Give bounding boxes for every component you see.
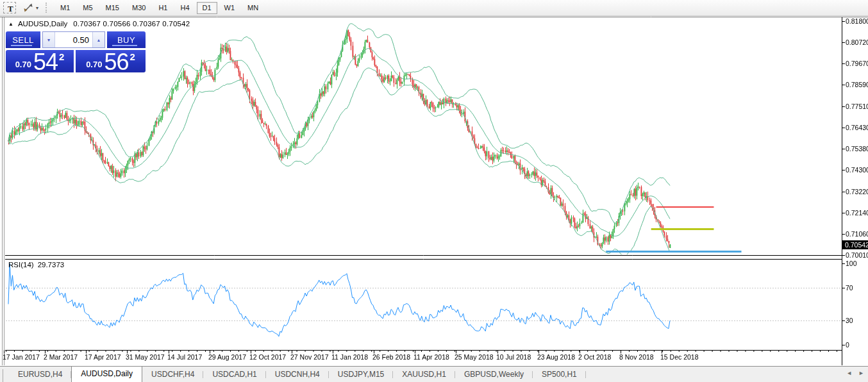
timeframe-button-h4[interactable]: H4 — [174, 2, 195, 14]
tab-scroll-left-icon[interactable]: ◄ — [846, 370, 852, 376]
sell-price-base: 0.70 — [15, 60, 31, 69]
price-axis-label: 0.78590 — [846, 81, 868, 88]
rsi-name: RSI(14) — [8, 261, 34, 269]
sell-price-panel[interactable]: 0.70 54 2 — [6, 50, 74, 72]
current-price-tag: 0.70542 — [842, 240, 868, 249]
price-axis-label: 0.79670 — [846, 60, 868, 67]
volume-input[interactable] — [55, 32, 92, 47]
dropdown-caret-icon: ▾ — [36, 5, 38, 11]
volume-control: ▾ ▴ — [42, 31, 105, 48]
diagonal-arrows-icon — [22, 3, 34, 13]
date-axis-label: 27 Nov 2017 — [290, 353, 329, 361]
collapse-triangle-icon[interactable]: ▲ — [8, 21, 13, 27]
rsi-axis-label: 100 — [846, 260, 857, 267]
date-axis-label: 25 May 2018 — [455, 353, 494, 361]
date-axis-label: 15 Dec 2018 — [660, 353, 699, 361]
chart-tab-sp500-h1[interactable]: SP500,H1 — [533, 367, 586, 382]
sell-button[interactable]: SELL — [6, 31, 40, 48]
chart-header: ▲ AUDUSD,Daily 0.70367 0.70566 0.70367 0… — [8, 20, 190, 28]
price-axis-label: 0.71060 — [846, 230, 868, 238]
price-axis-label: 0.76430 — [846, 124, 868, 131]
chart-tab-audusd-daily[interactable]: AUDUSD,Daily — [71, 366, 142, 382]
date-axis-label: 10 Jul 2018 — [496, 353, 531, 361]
date-axis-label: 14 Jul 2017 — [167, 353, 202, 361]
price-axis-label: 0.77510 — [846, 103, 868, 110]
sell-price-point: 2 — [59, 51, 64, 62]
timeframe-button-h1[interactable]: H1 — [153, 2, 173, 14]
buy-button[interactable]: BUY — [107, 31, 146, 48]
top-toolbar: T ▾ M1M5M15M30H1H4D1W1MN — [0, 0, 868, 16]
chart-tab-eurusd-h4[interactable]: EURUSD,H4 — [9, 367, 71, 382]
price-axis-label: 0.74300 — [846, 166, 868, 174]
rsi-axis-label: 0 — [846, 341, 849, 349]
date-axis-label: 12 Oct 2017 — [249, 353, 286, 361]
rsi-axis-label: 70 — [846, 284, 853, 292]
rsi-value: 29.7373 — [38, 261, 65, 269]
mt4-window: T ▾ M1M5M15M30H1H4D1W1MN ▲ AUDUSD,Daily … — [0, 0, 868, 382]
timeframe-button-d1[interactable]: D1 — [197, 2, 217, 14]
price-axis-label: 0.80720 — [846, 38, 868, 46]
one-click-trading-widget: SELL ▾ ▴ BUY 0.70 54 2 0.70 56 2 — [6, 31, 146, 72]
price-axis-label: 0.75380 — [846, 145, 868, 153]
date-axis-label: 11 Jan 2018 — [331, 353, 368, 361]
chart-symbol-title: AUDUSD,Daily — [18, 20, 67, 28]
timeframe-button-group: M1M5M15M30H1H4D1W1MN — [54, 2, 265, 14]
date-axis-label: 29 Aug 2017 — [208, 353, 246, 361]
date-axis-label: 17 Apr 2017 — [85, 353, 121, 361]
timeframe-button-mn[interactable]: MN — [242, 2, 264, 14]
rsi-axis-label: 30 — [846, 317, 853, 324]
buy-underline — [112, 45, 137, 46]
timeframe-button-m15[interactable]: M15 — [100, 2, 125, 14]
buy-price-pips: 56 — [104, 52, 128, 72]
date-axis-label: 8 Nov 2018 — [619, 353, 654, 361]
date-axis-label: 2 Mar 2017 — [44, 353, 78, 361]
chart-tab-usdjpy-m15[interactable]: USDJPY,M15 — [329, 367, 393, 382]
sell-underline — [11, 45, 32, 46]
chart-tab-bar: EURUSD,H4AUDUSD,DailyUSDCHF,H4USDCAD,H1U… — [0, 366, 868, 382]
buy-price-panel[interactable]: 0.70 56 2 — [76, 50, 146, 72]
chart-tab-usdcnh-h4[interactable]: USDCNH,H4 — [266, 367, 329, 382]
volume-decrease-button[interactable]: ▾ — [43, 32, 55, 47]
buy-price-point: 2 — [130, 51, 135, 62]
chart-tab-xauusd-h1[interactable]: XAUUSD,H1 — [393, 367, 455, 382]
date-axis-label: 11 Apr 2018 — [413, 353, 449, 361]
date-axis-label: 17 Jan 2017 — [3, 353, 40, 361]
tab-scroll-nav: ◄ ► — [846, 370, 864, 376]
timeframe-button-w1[interactable]: W1 — [219, 2, 241, 14]
timeframe-button-m5[interactable]: M5 — [77, 2, 98, 14]
rsi-indicator-label: RSI(14) 29.7373 — [8, 261, 64, 269]
chart-tabs: EURUSD,H4AUDUSD,DailyUSDCHF,H4USDCAD,H1U… — [9, 366, 586, 382]
date-axis-label: 2 Oct 2018 — [578, 353, 611, 361]
toolbar-grip — [46, 3, 49, 13]
chart-tab-gbpusd-weekly[interactable]: GBPUSD,Weekly — [455, 367, 533, 382]
text-tool-button[interactable]: T — [3, 2, 16, 13]
chart-tab-usdcad-h1[interactable]: USDCAD,H1 — [203, 367, 265, 382]
timeframe-button-m30[interactable]: M30 — [126, 2, 151, 14]
date-axis-label: 26 Feb 2018 — [372, 353, 410, 361]
price-axis-label: 0.72140 — [846, 209, 868, 217]
date-axis-label: 23 Aug 2018 — [537, 353, 575, 361]
buy-price-base: 0.70 — [86, 60, 102, 69]
sell-button-label: SELL — [12, 35, 33, 45]
tab-scroll-right-icon[interactable]: ► — [858, 370, 864, 376]
price-axis-label: 0.70010 — [846, 251, 868, 259]
price-axis-label: 0.81800 — [846, 17, 868, 25]
arrows-tool-button[interactable]: ▾ — [21, 3, 40, 13]
date-axis-label: 31 May 2017 — [126, 353, 165, 361]
price-axis-label: 0.73220 — [846, 188, 868, 195]
sell-price-pips: 54 — [33, 52, 58, 72]
buy-button-label: BUY — [117, 35, 135, 45]
chart-ohlc-values: 0.70367 0.70566 0.70367 0.70542 — [73, 20, 190, 28]
chart-tab-usdchf-h4[interactable]: USDCHF,H4 — [142, 367, 203, 382]
volume-increase-button[interactable]: ▴ — [92, 32, 104, 47]
timeframe-button-m1[interactable]: M1 — [54, 2, 76, 14]
